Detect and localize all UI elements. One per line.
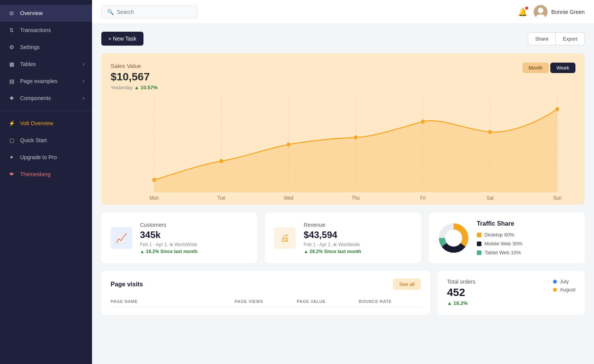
chevron-right-icon: › — [83, 61, 84, 67]
svg-point-13 — [354, 135, 357, 139]
page-visits-card: Page visits See all PAGE NAME PAGE VIEWS… — [101, 271, 430, 315]
search-input[interactable] — [117, 9, 192, 15]
orders-header: Total orders 452 ▲ 18.2% July August — [447, 279, 575, 306]
svg-text:Wed: Wed — [284, 195, 294, 201]
orders-value: 452 — [447, 286, 475, 299]
sidebar-item-overview[interactable]: ⊙ Overview — [0, 5, 92, 22]
mobile-dot — [477, 242, 481, 246]
traffic-title: Traffic Share — [477, 220, 522, 227]
share-button[interactable]: Share — [528, 32, 556, 45]
new-task-button[interactable]: + New Task — [101, 32, 143, 46]
sales-value: $10,567 — [111, 71, 575, 83]
header-right: 🔔 Bonnie Green — [518, 5, 585, 19]
col-page-views: PAGE VIEWS — [235, 299, 297, 304]
customers-label: Customers — [140, 222, 248, 228]
sidebar: ⊙ Overview ⇅ Transactions ⚙ Settings ▦ T… — [0, 0, 92, 364]
traffic-card: Traffic Share Desktop 60% Mobile Web 30% — [429, 213, 585, 263]
chart-controls: Month Week — [522, 63, 575, 73]
sidebar-item-settings[interactable]: ⚙ Settings — [0, 39, 92, 56]
stats-row: 📈 Customers 345k Feb 1 - Apr 1, ⊕ WorldW… — [101, 213, 585, 263]
traffic-legend: Desktop 60% Mobile Web 30% Tablet Web 10… — [477, 232, 522, 255]
july-dot — [553, 280, 557, 284]
sales-chart-card: Month Week Sales Value $10,567 Yesterday… — [101, 53, 585, 205]
customers-icon-box: 📈 — [111, 227, 132, 249]
customers-card: 📈 Customers 345k Feb 1 - Apr 1, ⊕ WorldW… — [101, 213, 257, 263]
overview-icon: ⊙ — [8, 9, 15, 17]
revenue-sub: Feb 1 - Apr 1, ⊕ Worldwide — [304, 242, 411, 247]
table-header: PAGE NAME PAGE VIEWS PAGE VALUE BOUNCE R… — [111, 296, 421, 307]
revenue-value: $43,594 — [304, 230, 411, 240]
sidebar-item-tables[interactable]: ▦ Tables › — [0, 56, 92, 73]
main-content: 🔍 🔔 Bonnie Green + New Task Share Export — [92, 0, 594, 364]
august-label: August — [560, 287, 575, 293]
chart-container: Mon Tue Wed Thu Fri Sat Sun — [111, 97, 575, 205]
donut-chart — [438, 223, 469, 253]
revenue-label: Revenue — [304, 222, 411, 228]
svg-text:Sat: Sat — [486, 195, 494, 201]
week-button[interactable]: Week — [550, 63, 575, 73]
svg-point-12 — [287, 142, 290, 146]
legend-item-tablet: Tablet Web 10% — [477, 250, 522, 255]
sidebar-divider — [0, 111, 92, 111]
customers-sub: Feb 1 - Apr 1, ⊕ WorldWide — [140, 242, 248, 247]
desktop-label: Desktop 60% — [485, 232, 514, 238]
tablet-label: Tablet Web 10% — [485, 250, 521, 255]
toolbar: + New Task Share Export — [101, 32, 585, 46]
customers-value: 345k — [140, 230, 248, 240]
sidebar-item-transactions[interactable]: ⇅ Transactions — [0, 22, 92, 39]
svg-text:Thu: Thu — [352, 195, 360, 201]
see-all-button[interactable]: See all — [393, 279, 421, 290]
page-examples-icon: ▤ — [8, 77, 15, 85]
avatar — [534, 5, 548, 19]
svg-text:Sun: Sun — [553, 195, 562, 201]
chevron-right-icon-2: › — [83, 78, 84, 84]
sales-title: Sales Value — [111, 63, 575, 69]
orders-left: Total orders 452 ▲ 18.2% — [447, 279, 475, 306]
search-icon: 🔍 — [107, 9, 114, 15]
customers-growth: ▲ 18.2% Since last month — [140, 249, 248, 254]
components-icon: ❖ — [8, 94, 15, 102]
svg-point-1 — [538, 8, 543, 13]
orders-label: Total orders — [447, 279, 475, 285]
user-info[interactable]: Bonnie Green — [534, 5, 585, 19]
export-button[interactable]: Export — [555, 32, 585, 45]
sidebar-item-themesberg[interactable]: ❤ Themesberg — [0, 166, 92, 183]
bolt-icon: ⚡ — [8, 119, 15, 127]
legend-item-desktop: Desktop 60% — [477, 232, 522, 238]
svg-text:Tue: Tue — [217, 195, 225, 201]
settings-icon: ⚙ — [8, 43, 15, 51]
svg-text:Mon: Mon — [150, 195, 159, 201]
sidebar-item-quick-start[interactable]: ▢ Quick Start — [0, 132, 92, 149]
search-box[interactable]: 🔍 — [101, 5, 198, 19]
header: 🔍 🔔 Bonnie Green — [92, 0, 594, 24]
transactions-icon: ⇅ — [8, 26, 15, 34]
sidebar-item-components[interactable]: ❖ Components › — [0, 90, 92, 107]
col-bounce-rate: BOUNCE RATE — [359, 299, 421, 304]
user-name: Bonnie Green — [551, 9, 585, 15]
month-button[interactable]: Month — [522, 63, 549, 73]
august-dot — [553, 288, 557, 292]
revenue-card: 🖨 Revenue $43,594 Feb 1 - Apr 1, ⊕ World… — [265, 213, 421, 263]
revenue-icon: 🖨 — [280, 233, 290, 243]
svg-point-16 — [555, 107, 559, 111]
notification-bell[interactable]: 🔔 — [518, 7, 527, 17]
traffic-info: Traffic Share Desktop 60% Mobile Web 30% — [477, 220, 522, 255]
sales-period: Yesterday ▲ 10.57% — [111, 85, 575, 90]
content-area: + New Task Share Export Month Week Sales… — [92, 24, 594, 364]
sidebar-item-upgrade[interactable]: ✦ Upgrade to Pro — [0, 149, 92, 166]
sidebar-item-volt-overview[interactable]: ⚡ Volt Overview — [0, 115, 92, 132]
mobile-label: Mobile Web 30% — [485, 241, 522, 247]
themesberg-icon: ❤ — [8, 170, 15, 178]
orders-legend-august: August — [553, 287, 575, 293]
sales-line-chart: Mon Tue Wed Thu Fri Sat Sun — [111, 97, 575, 205]
legend-item-mobile: Mobile Web 30% — [477, 241, 522, 247]
revenue-info: Revenue $43,594 Feb 1 - Apr 1, ⊕ Worldwi… — [304, 222, 411, 254]
orders-legend-july: July — [553, 279, 575, 284]
revenue-growth: ▲ 28.2% Since last month — [304, 249, 411, 254]
notification-dot — [525, 7, 528, 10]
col-page-value: PAGE VALUE — [297, 299, 358, 304]
orders-growth: ▲ 18.2% — [447, 300, 475, 306]
sidebar-item-page-examples[interactable]: ▤ Page examples › — [0, 73, 92, 90]
orders-legend: July August — [553, 279, 575, 293]
desktop-dot — [477, 233, 481, 237]
